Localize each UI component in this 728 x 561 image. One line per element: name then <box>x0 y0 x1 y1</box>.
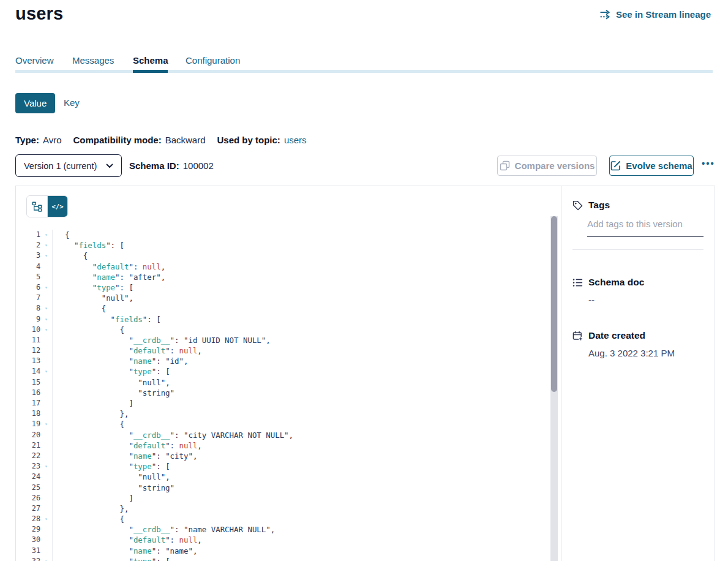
tree-icon <box>32 201 42 212</box>
schema-panel: </> 1▾{2▾ "fields": [3▾ {4 "default": nu… <box>15 186 715 561</box>
fold-toggle-icon[interactable]: ▾ <box>40 514 52 524</box>
tabs-active-underline <box>133 70 168 73</box>
line-number: 22 <box>16 451 40 461</box>
line-number: 31 <box>16 546 40 556</box>
scrollbar-thumb[interactable] <box>551 216 557 392</box>
code-text: { <box>52 230 561 240</box>
code-text: "default": null, <box>52 440 561 451</box>
fold-toggle-icon[interactable]: ▾ <box>40 240 52 250</box>
tab-overview[interactable]: Overview <box>15 55 54 66</box>
scrollbar-track[interactable] <box>550 216 558 561</box>
code-line: 16 "string" <box>16 388 561 398</box>
code-text: "null", <box>52 377 561 388</box>
calendar-plus-icon <box>572 331 583 341</box>
code-text: "name": "city", <box>52 451 561 461</box>
fold-spacer <box>40 345 52 356</box>
stream-lineage-icon <box>600 10 612 20</box>
fold-toggle-icon[interactable]: ▾ <box>40 230 52 240</box>
code-text: { <box>52 514 561 524</box>
compare-versions-label: Compare versions <box>515 160 595 171</box>
code-line: 31 "name": "name", <box>16 546 561 556</box>
compatibility-mode-value: Backward <box>165 135 206 145</box>
fold-spacer <box>40 493 52 503</box>
line-number: 1 <box>16 230 40 240</box>
tab-configuration[interactable]: Configuration <box>186 55 240 66</box>
fold-toggle-icon[interactable]: ▾ <box>40 250 52 261</box>
code-pane: </> 1▾{2▾ "fields": [3▾ {4 "default": nu… <box>16 186 561 561</box>
key-toggle-button[interactable]: Key <box>64 97 80 108</box>
fold-spacer <box>40 546 52 556</box>
code-line: 15 "null", <box>16 377 561 388</box>
fold-spacer <box>40 356 52 366</box>
schema-id-value: 100002 <box>183 160 214 171</box>
fold-toggle-icon[interactable]: ▾ <box>40 556 52 561</box>
line-number: 8 <box>16 303 40 314</box>
tags-input[interactable] <box>587 219 704 229</box>
used-by-topic-label: Used by topic: <box>217 135 280 145</box>
fold-spacer <box>40 377 52 388</box>
fold-toggle-icon[interactable]: ▾ <box>40 325 52 335</box>
code-line: 5 "name": "after", <box>16 272 561 282</box>
code-line: 26 ] <box>16 493 561 503</box>
more-options-button[interactable]: ••• <box>702 158 715 168</box>
tree-view-toggle[interactable] <box>27 196 47 217</box>
code-line: 29 "__crdb__": "name VARCHAR NULL", <box>16 524 561 535</box>
line-number: 25 <box>16 483 40 493</box>
fold-spacer <box>40 272 52 282</box>
tab-messages[interactable]: Messages <box>72 55 114 66</box>
code-line: 22 "name": "city", <box>16 451 561 461</box>
code-text: "name": "name", <box>52 546 561 556</box>
tab-schema[interactable]: Schema <box>133 55 168 66</box>
fold-toggle-icon[interactable]: ▾ <box>40 282 52 293</box>
fold-spacer <box>40 335 52 345</box>
line-number: 9 <box>16 314 40 325</box>
schema-id-label: Schema ID: <box>129 160 179 171</box>
fold-toggle-icon[interactable]: ▾ <box>40 303 52 314</box>
code-text: "default": null, <box>52 535 561 545</box>
topic-link[interactable]: users <box>284 135 307 145</box>
code-text: { <box>52 325 561 335</box>
code-text: "default": null, <box>52 262 561 272</box>
line-number: 30 <box>16 535 40 545</box>
chevron-down-icon <box>106 164 113 168</box>
code-text: "__crdb__": "id UUID NOT NULL", <box>52 335 561 345</box>
code-text: ] <box>52 398 561 409</box>
stream-lineage-link[interactable]: See in Stream lineage <box>600 9 711 20</box>
code-line: 12 "default": null, <box>16 345 561 356</box>
code-editor[interactable]: 1▾{2▾ "fields": [3▾ {4 "default": null,5… <box>16 220 561 561</box>
line-number: 14 <box>16 366 40 377</box>
fold-toggle-icon[interactable]: ▾ <box>40 419 52 429</box>
fold-toggle-icon[interactable]: ▾ <box>40 461 52 472</box>
code-line: 23▾ "type": [ <box>16 461 561 472</box>
line-number: 16 <box>16 388 40 398</box>
line-number: 28 <box>16 514 40 524</box>
line-number: 27 <box>16 503 40 514</box>
version-select[interactable]: Version 1 (current) <box>15 154 122 177</box>
code-line: 25 "string" <box>16 483 561 493</box>
value-toggle-button[interactable]: Value <box>15 93 55 113</box>
evolve-schema-button[interactable]: Evolve schema <box>609 156 694 176</box>
line-number: 20 <box>16 430 40 440</box>
compare-versions-button[interactable]: Compare versions <box>497 156 597 176</box>
fold-toggle-icon[interactable]: ▾ <box>40 314 52 325</box>
code-line: 2▾ "fields": [ <box>16 240 561 250</box>
fold-spacer <box>40 293 52 303</box>
compatibility-mode-label: Compatibility mode: <box>73 135 161 145</box>
edit-icon <box>610 160 621 171</box>
code-line: 6▾ "type": [ <box>16 282 561 293</box>
fold-spacer <box>40 398 52 409</box>
code-line: 10▾ { <box>16 325 561 335</box>
code-line: 21 "default": null, <box>16 440 561 451</box>
line-number: 18 <box>16 409 40 419</box>
line-number: 4 <box>16 262 40 272</box>
code-text: ] <box>52 493 561 503</box>
line-number: 23 <box>16 461 40 472</box>
fold-toggle-icon[interactable]: ▾ <box>40 366 52 377</box>
schema-id: Schema ID: 100002 <box>129 160 214 171</box>
line-number: 21 <box>16 440 40 451</box>
code-text: "string" <box>52 483 561 493</box>
code-line: 24 "null", <box>16 472 561 482</box>
fold-spacer <box>40 483 52 493</box>
code-view-toggle[interactable]: </> <box>47 196 67 217</box>
tabs-underline-track <box>15 70 713 73</box>
